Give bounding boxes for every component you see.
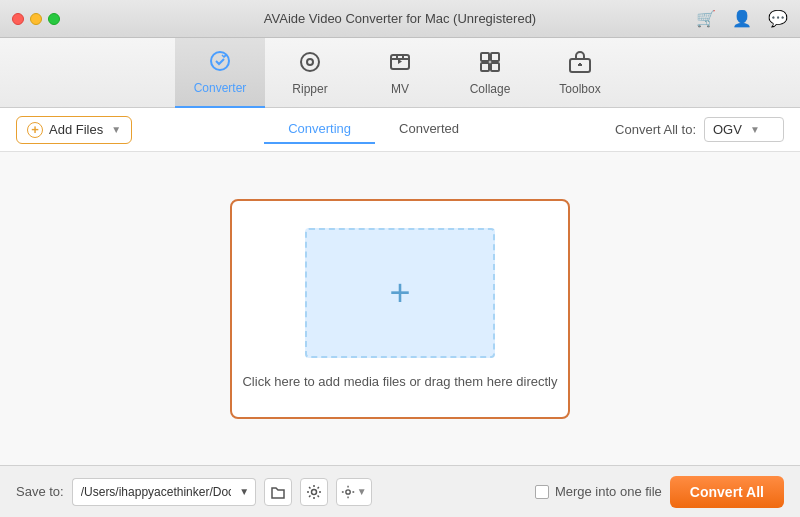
minimize-button[interactable]: [30, 13, 42, 25]
format-dropdown-arrow: ▼: [750, 124, 760, 135]
converter-icon: [208, 49, 232, 77]
svg-rect-4: [481, 53, 489, 61]
save-path-dropdown-button[interactable]: ▼: [234, 478, 256, 506]
collage-icon: [478, 50, 502, 78]
mv-label: MV: [391, 82, 409, 96]
mv-icon: [388, 50, 412, 78]
toolbox-label: Toolbox: [559, 82, 600, 96]
toolbar-tabs: Converting Converted: [140, 115, 607, 144]
cart-icon[interactable]: 🛒: [696, 9, 716, 28]
merge-checkbox[interactable]: [535, 485, 549, 499]
ripper-label: Ripper: [292, 82, 327, 96]
format-value: OGV: [713, 122, 742, 137]
user-icon[interactable]: 👤: [732, 9, 752, 28]
drop-plus-icon: +: [389, 275, 410, 311]
drop-hint-text: Click here to add media files or drag th…: [242, 374, 557, 389]
svg-point-9: [311, 489, 316, 494]
drop-inner-area[interactable]: +: [305, 228, 495, 358]
add-files-label: Add Files: [49, 122, 103, 137]
nav-item-converter[interactable]: Converter: [175, 38, 265, 108]
nav-item-ripper[interactable]: Ripper: [265, 38, 355, 108]
toolbox-icon: [568, 50, 592, 78]
traffic-lights: [12, 13, 60, 25]
convert-all-section: Convert All to: OGV ▼: [615, 117, 784, 142]
format-select[interactable]: OGV ▼: [704, 117, 784, 142]
ripper-icon: [298, 50, 322, 78]
tab-converted[interactable]: Converted: [375, 115, 483, 144]
add-files-button[interactable]: + Add Files ▼: [16, 116, 132, 144]
svg-point-2: [307, 59, 313, 65]
nav-item-collage[interactable]: Collage: [445, 38, 535, 108]
save-to-label: Save to:: [16, 484, 64, 499]
titlebar-actions: 🛒 👤 💬: [696, 9, 788, 28]
svg-rect-7: [491, 63, 499, 71]
chat-icon[interactable]: 💬: [768, 9, 788, 28]
svg-rect-6: [481, 63, 489, 71]
titlebar: AVAide Video Converter for Mac (Unregist…: [0, 0, 800, 38]
collage-label: Collage: [470, 82, 511, 96]
svg-point-1: [301, 53, 319, 71]
tab-converting[interactable]: Converting: [264, 115, 375, 144]
add-files-dropdown-arrow: ▼: [111, 124, 121, 135]
toolbar: + Add Files ▼ Converting Converted Conve…: [0, 108, 800, 152]
convert-all-button[interactable]: Convert All: [670, 476, 784, 508]
close-button[interactable]: [12, 13, 24, 25]
svg-point-0: [211, 52, 229, 70]
merge-label: Merge into one file: [555, 484, 662, 499]
main-content: + Click here to add media files or drag …: [0, 152, 800, 465]
drop-zone[interactable]: + Click here to add media files or drag …: [230, 199, 570, 419]
svg-point-10: [346, 489, 350, 493]
nav-item-mv[interactable]: MV: [355, 38, 445, 108]
svg-rect-5: [491, 53, 499, 61]
convert-all-to-label: Convert All to:: [615, 122, 696, 137]
maximize-button[interactable]: [48, 13, 60, 25]
folder-icon-button[interactable]: [264, 478, 292, 506]
footer: Save to: ▼ ▼ Merge into one file Convert…: [0, 465, 800, 517]
more-arrow-icon: ▼: [357, 486, 367, 497]
nav-item-toolbox[interactable]: Toolbox: [535, 38, 625, 108]
converter-label: Converter: [194, 81, 247, 95]
save-path-input[interactable]: [72, 478, 239, 506]
add-plus-icon: +: [27, 122, 43, 138]
save-path-wrapper: ▼: [72, 478, 256, 506]
more-settings-button[interactable]: ▼: [336, 478, 372, 506]
settings-icon-button[interactable]: [300, 478, 328, 506]
window-title: AVAide Video Converter for Mac (Unregist…: [264, 11, 536, 26]
navbar: Converter Ripper MV: [0, 38, 800, 108]
merge-checkbox-area: Merge into one file: [535, 484, 662, 499]
